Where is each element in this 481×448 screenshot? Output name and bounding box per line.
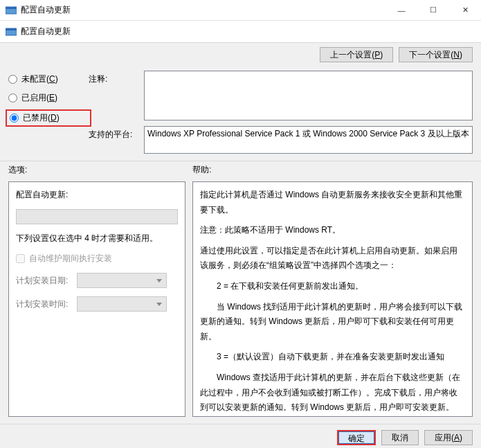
help-panel: 指定此计算机是否通过 Windows 自动更新服务来接收安全更新和其他重要下载。…: [192, 181, 473, 417]
install-day-label: 计划安装日期:: [16, 275, 70, 287]
help-label: 帮助:: [192, 164, 211, 176]
options-label: 选项:: [8, 164, 192, 176]
install-day-select[interactable]: [77, 273, 167, 288]
maximize-button[interactable]: ☐: [417, 0, 449, 21]
svg-rect-3: [6, 28, 17, 30]
config-update-label: 配置自动更新:: [16, 189, 178, 201]
radio-disabled[interactable]: 已禁用(D): [6, 109, 91, 127]
options-panel: 配置自动更新: 下列设置仅在选中 4 时才需要和适用。 自动维护期间执行安装 计…: [8, 181, 185, 417]
close-button[interactable]: ✕: [449, 0, 481, 21]
apply-button[interactable]: 应用(A): [424, 430, 473, 445]
radio-enabled-input[interactable]: [8, 93, 17, 102]
window-title: 配置自动更新: [21, 4, 385, 16]
policy-icon: [6, 27, 17, 37]
radio-not-configured-input[interactable]: [8, 75, 17, 84]
install-time-select[interactable]: [77, 296, 167, 312]
minimize-button[interactable]: —: [385, 0, 417, 21]
next-setting-button[interactable]: 下一个设置(N): [399, 47, 473, 62]
radio-enabled[interactable]: 已启用(E): [8, 92, 89, 104]
install-time-label: 计划安装时间:: [16, 298, 70, 310]
platform-textbox: Windows XP Professional Service Pack 1 或…: [144, 126, 473, 154]
window-icon: [6, 6, 17, 15]
auto-maintenance-checkbox[interactable]: [16, 254, 25, 263]
svg-rect-1: [6, 7, 17, 9]
auto-maintenance-checkbox-row[interactable]: 自动维护期间执行安装: [16, 253, 178, 265]
config-update-select[interactable]: [16, 209, 178, 224]
cancel-button[interactable]: 取消: [381, 430, 419, 445]
platform-label: 支持的平台:: [89, 126, 138, 141]
radio-disabled-input[interactable]: [10, 114, 19, 123]
options-note: 下列设置仅在选中 4 时才需要和适用。: [16, 233, 178, 244]
comment-label: 注释:: [89, 71, 138, 85]
ok-button[interactable]: 确定: [337, 430, 376, 445]
comment-textbox[interactable]: [144, 71, 473, 120]
subheader-title: 配置自动更新: [21, 26, 475, 37]
prev-setting-button[interactable]: 上一个设置(P): [320, 47, 393, 62]
radio-not-configured[interactable]: 未配置(C): [8, 73, 89, 85]
